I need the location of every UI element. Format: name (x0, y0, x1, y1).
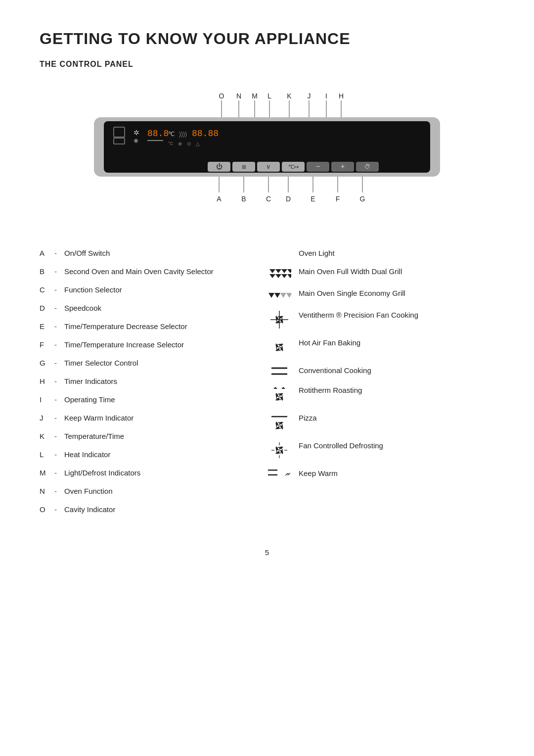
item-desc: Time/Temperature Increase Selector (64, 339, 267, 350)
item-desc: Cavity Indicator (64, 504, 267, 515)
item-letter: I (40, 394, 54, 405)
right-column: Oven Light Main Oven Full Width Dual Gri… (267, 244, 494, 519)
svg-text:✲: ✲ (134, 129, 139, 137)
item-H: H - Timer Indicators (40, 372, 267, 390)
page-number: 5 (40, 548, 494, 557)
svg-text:⏻: ⏻ (216, 163, 222, 170)
svg-marker-78 (273, 387, 277, 389)
section-title: THE CONTROL PANEL (40, 60, 494, 69)
svg-text:)))): )))) (179, 131, 187, 138)
svg-text:88.88: 88.88 (192, 129, 219, 139)
svg-text:C: C (266, 195, 271, 203)
pizza-icon (267, 413, 292, 432)
right-label: Conventional Cooking (299, 365, 494, 376)
item-letter: D (40, 303, 54, 313)
item-N: N - Oven Function (40, 482, 267, 500)
svg-marker-66 (287, 274, 291, 278)
svg-text:G: G (360, 195, 365, 203)
svg-text:⊕: ⊕ (178, 141, 182, 146)
svg-text:B: B (241, 195, 246, 203)
right-label: Rotitherm Roasting (299, 385, 494, 395)
svg-marker-63 (269, 274, 275, 278)
rotitherm-icon (267, 385, 292, 405)
left-column: A - On/Off Switch B - Second Oven and Ma… (40, 244, 267, 519)
right-item-conventional: Conventional Cooking (267, 361, 494, 381)
item-desc: Temperature/Time (64, 431, 267, 441)
svg-text:−: − (316, 162, 320, 170)
item-desc: Light/Defrost Indicators (64, 468, 267, 478)
item-C: C - Function Selector (40, 281, 267, 299)
right-item-ventitherm: Ventitherm ® Precision Fan Cooking (267, 306, 494, 333)
svg-text:O: O (219, 92, 224, 100)
item-letter: F (40, 339, 54, 350)
item-O: O - Cavity Indicator (40, 500, 267, 519)
svg-marker-69 (280, 293, 286, 298)
svg-text:A: A (217, 195, 222, 203)
item-F: F - Time/Temperature Increase Selector (40, 335, 267, 354)
svg-text:L: L (267, 92, 271, 100)
item-B: B - Second Oven and Main Oven Cavity Sel… (40, 262, 267, 281)
item-K: K - Temperature/Time (40, 427, 267, 445)
right-item-oven-light: Oven Light (267, 244, 494, 262)
item-desc: Second Oven and Main Oven Cavity Selecto… (64, 266, 267, 277)
svg-text:E: E (311, 195, 315, 203)
item-letter: E (40, 321, 54, 331)
right-item-single-grill: Main Oven Single Economy Grill (267, 284, 494, 306)
svg-marker-67 (268, 293, 274, 298)
item-desc: Operating Time (64, 394, 267, 405)
svg-text:✱: ✱ (134, 138, 138, 144)
item-desc: On/Off Switch (64, 248, 267, 258)
svg-text:H: H (339, 92, 344, 100)
item-desc: Timer Indicators (64, 376, 267, 386)
item-desc: Speedcook (64, 303, 267, 313)
right-item-pizza: Pizza (267, 409, 494, 436)
item-G: G - Timer Selector Control (40, 354, 267, 372)
item-desc: Timer Selector Control (64, 358, 267, 368)
svg-marker-68 (274, 293, 280, 298)
item-letter: H (40, 376, 54, 386)
right-item-keep-warm: Keep Warm (267, 464, 494, 482)
svg-text:I: I (325, 92, 327, 100)
item-letter: C (40, 284, 54, 295)
item-A: A - On/Off Switch (40, 244, 267, 262)
svg-text:+: + (341, 162, 345, 170)
right-item-fan-defrost: Fan Controlled Defrosting (267, 436, 494, 464)
item-desc: Oven Function (64, 486, 267, 496)
item-J: J - Keep Warm Indicator (40, 409, 267, 427)
item-E: E - Time/Temperature Decrease Selector (40, 317, 267, 335)
svg-marker-61 (281, 269, 287, 273)
item-desc: Time/Temperature Decrease Selector (64, 321, 267, 331)
page-title: GETTING TO KNOW YOUR APPLIANCE (40, 30, 494, 48)
item-letter: A (40, 248, 54, 258)
item-letter: B (40, 266, 54, 277)
control-panel-diagram: O N M L K J I H ✲ (40, 89, 494, 219)
right-item-rotitherm: Rotitherm Roasting (267, 381, 494, 409)
svg-text:N: N (236, 92, 241, 100)
single-grill-icon (267, 288, 292, 302)
svg-text:∨: ∨ (266, 163, 271, 170)
right-label: Fan Controlled Defrosting (299, 440, 494, 451)
item-desc: Keep Warm Indicator (64, 413, 267, 423)
keep-warm-icon (267, 468, 292, 477)
item-letter: O (40, 504, 54, 515)
svg-marker-59 (269, 269, 275, 273)
svg-marker-65 (281, 274, 287, 278)
items-section: A - On/Off Switch B - Second Oven and Ma… (40, 244, 494, 519)
svg-marker-64 (275, 274, 281, 278)
svg-marker-62 (287, 269, 291, 273)
right-label: Pizza (299, 413, 494, 423)
item-D: D - Speedcook (40, 299, 267, 317)
svg-text:K: K (287, 92, 292, 100)
item-letter: J (40, 413, 54, 423)
svg-text:⊙: ⊙ (187, 141, 191, 146)
svg-text:△: △ (196, 141, 200, 146)
svg-marker-70 (286, 293, 291, 298)
item-letter: L (40, 449, 54, 460)
item-I: I - Operating Time (40, 390, 267, 409)
right-label: Main Oven Full Width Dual Grill (299, 266, 494, 277)
right-label: Oven Light (299, 248, 494, 258)
svg-text:F: F (336, 195, 340, 203)
svg-text:°C: °C (168, 141, 174, 146)
svg-text:D: D (286, 195, 291, 203)
conventional-icon (267, 365, 292, 377)
